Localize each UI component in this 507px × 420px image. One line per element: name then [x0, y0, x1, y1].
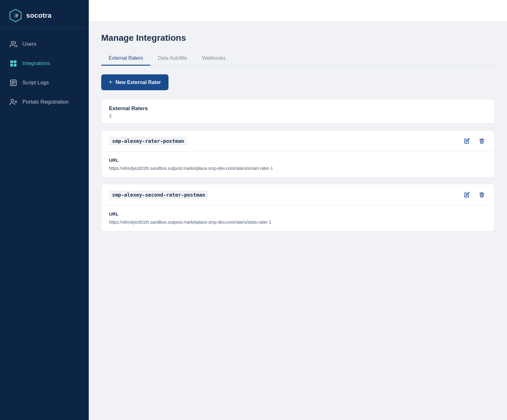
page-title: Manage Integrations — [101, 33, 495, 43]
rater-2-url-label: URL — [109, 211, 487, 217]
svg-rect-5 — [10, 64, 13, 67]
rater-1-url-label: URL — [109, 157, 487, 163]
integrations-icon — [9, 59, 17, 68]
sidebar: 𝒴 socotra Users — [0, 0, 89, 420]
sidebar-item-script-logs-label: Script Logs — [22, 80, 49, 86]
rater-1-url-value: https://v6mdyicd01th.sandbox.outpost.mar… — [109, 165, 487, 172]
rater-1-header: smp-alexey-rater-postman — [102, 130, 494, 152]
rater-1-actions — [462, 136, 487, 146]
svg-point-2 — [11, 41, 14, 44]
rater-1-delete-button[interactable] — [477, 136, 487, 146]
main-body: Manage Integrations External Raters Data… — [89, 22, 507, 249]
sidebar-logo: 𝒴 socotra — [0, 0, 89, 29]
rater-2-name: smp-alexey-second-rater-postman — [109, 191, 208, 199]
rater-2-edit-button[interactable] — [462, 190, 472, 200]
tab-data-autofills[interactable]: Data Autofills — [150, 52, 194, 66]
sidebar-item-users[interactable]: Users — [4, 35, 85, 53]
rater-2-body: URL https://v6mdyicd01th.sandbox.outpost… — [102, 206, 494, 231]
socotra-logo-icon: 𝒴 — [9, 9, 22, 22]
rater-card-2: smp-alexey-second-rater-postman — [101, 184, 495, 231]
logo-text: socotra — [26, 12, 52, 20]
summary-card: External Raters 2 — [101, 99, 495, 124]
rater-1-edit-button[interactable] — [462, 136, 472, 146]
rater-2-actions — [462, 190, 487, 200]
rater-card-1: smp-alexey-rater-postman — [101, 130, 495, 178]
new-external-rater-button[interactable]: + New External Rater — [101, 74, 168, 90]
tab-external-raters[interactable]: External Raters — [101, 52, 150, 66]
tabs-bar: External Raters Data Autofills Webhooks — [101, 52, 495, 66]
main-header — [89, 0, 507, 22]
trash-icon — [479, 192, 485, 198]
rater-2-url-value: https://v6mdyicd01th.sandbox.outpost.mar… — [109, 219, 487, 226]
script-logs-icon — [9, 79, 17, 87]
edit-icon — [464, 192, 470, 198]
sidebar-item-integrations-label: Integrations — [22, 60, 50, 67]
edit-icon — [464, 138, 470, 144]
tab-webhooks[interactable]: Webhooks — [195, 52, 233, 66]
svg-rect-6 — [14, 64, 17, 67]
rater-1-name: smp-alexey-rater-postman — [109, 137, 187, 145]
portals-icon — [9, 98, 17, 106]
plus-icon: + — [109, 79, 112, 86]
rater-1-body: URL https://v6mdyicd01th.sandbox.outpost… — [102, 152, 494, 177]
sidebar-item-integrations[interactable]: Integrations — [4, 54, 85, 72]
trash-icon — [479, 138, 485, 144]
svg-rect-3 — [10, 60, 13, 63]
users-icon — [9, 40, 17, 48]
svg-text:𝒴: 𝒴 — [14, 12, 19, 19]
summary-card-count: 2 — [109, 113, 487, 118]
rater-2-delete-button[interactable] — [477, 190, 487, 200]
sidebar-item-portals-registration-label: Portals Registration — [22, 99, 69, 105]
sidebar-item-portals-registration[interactable]: Portals Registration — [4, 93, 85, 111]
sidebar-item-script-logs[interactable]: Script Logs — [4, 74, 85, 92]
new-button-label: New External Rater — [116, 80, 161, 85]
main-content: Manage Integrations External Raters Data… — [89, 0, 507, 420]
sidebar-item-users-label: Users — [22, 41, 36, 47]
summary-card-title: External Raters — [109, 105, 487, 112]
summary-card-header: External Raters 2 — [102, 99, 494, 124]
sidebar-nav: Users Integrations — [0, 35, 89, 111]
rater-2-header: smp-alexey-second-rater-postman — [102, 184, 494, 206]
svg-rect-4 — [14, 60, 17, 63]
svg-point-11 — [11, 99, 14, 102]
